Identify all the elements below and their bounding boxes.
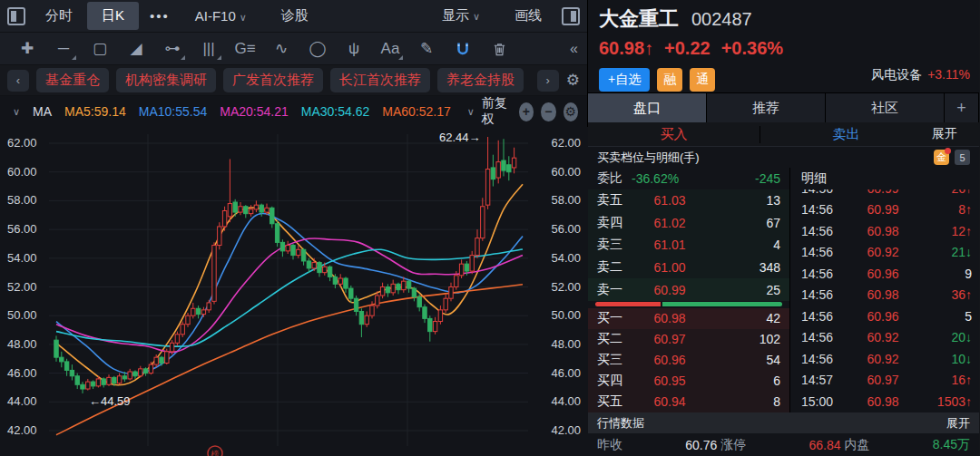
- bid-level-row[interactable]: 买四60.956: [588, 371, 789, 392]
- candle: [491, 168, 495, 179]
- chevron-down-icon[interactable]: ∨: [467, 106, 475, 118]
- orderbook-title-row: 买卖档位与明细(手) 金 5: [588, 147, 979, 168]
- diagnose-button[interactable]: 诊股: [267, 2, 323, 30]
- ma-legend-item: MA20:54.21: [220, 104, 289, 119]
- concept-tag-广发首次推荐[interactable]: 广发首次推荐: [223, 68, 323, 92]
- magnet-icon[interactable]: [445, 40, 481, 57]
- add-favorite-button[interactable]: +自选: [599, 68, 650, 92]
- candle: [239, 207, 242, 212]
- trade-volume: 10↓: [951, 352, 972, 366]
- ask-level-row[interactable]: 卖三61.014: [588, 234, 789, 257]
- ask-level-row[interactable]: 卖二61.00348: [588, 257, 789, 279]
- expand-button[interactable]: 展开: [932, 126, 979, 142]
- candle: [96, 379, 100, 386]
- zoom-in-button[interactable]: +: [519, 102, 534, 121]
- bid-level-row[interactable]: 买二60.97102: [588, 329, 789, 350]
- y-axis-label-right: 54.00: [551, 251, 581, 265]
- left-panel-toggle-icon[interactable]: [7, 7, 25, 25]
- depth-level-badge[interactable]: 5: [955, 150, 970, 165]
- concept-tag-养老金持股[interactable]: 养老金持股: [437, 68, 524, 92]
- add-tab-button[interactable]: +: [945, 93, 979, 122]
- bid-level-row[interactable]: 买三60.9654: [588, 350, 789, 371]
- text-icon[interactable]: Aa: [372, 41, 408, 56]
- concept-tag-基金重仓[interactable]: 基金重仓: [36, 68, 109, 92]
- segment-icon[interactable]: ⊶: [154, 41, 191, 56]
- candle: [165, 352, 169, 364]
- rectangle-icon[interactable]: ▢: [82, 41, 118, 56]
- wave-icon[interactable]: ∿: [263, 41, 299, 56]
- toolbar-collapse-icon[interactable]: «: [570, 41, 578, 57]
- ellipse-icon[interactable]: ◯: [299, 41, 336, 56]
- gann-fan-icon[interactable]: ◢: [118, 41, 154, 56]
- y-axis-label-left: 62.00: [7, 136, 37, 150]
- trendline-icon[interactable]: ─: [45, 41, 82, 56]
- concept-tag-长江首次推荐[interactable]: 长江首次推荐: [330, 68, 430, 92]
- bid-level-row[interactable]: 买一60.9842: [588, 308, 789, 329]
- panel-tab-盘口[interactable]: 盘口: [588, 93, 707, 122]
- level-price: 61.00: [637, 260, 702, 275]
- ai-f10-button[interactable]: AI-F10∨: [181, 3, 261, 29]
- ask-level-row[interactable]: 卖五61.0313: [588, 189, 789, 212]
- prev-close-value: 60.76: [685, 438, 717, 452]
- level-name: 卖四: [597, 215, 637, 231]
- panel-tab-推荐[interactable]: 推荐: [707, 93, 826, 122]
- candle: [328, 267, 331, 277]
- trade-time: 14:56: [801, 267, 848, 281]
- ask-level-row[interactable]: 卖四61.0267: [588, 212, 789, 235]
- level-volume: 102: [760, 332, 780, 346]
- tags-prev-button[interactable]: ‹: [7, 70, 29, 92]
- trade-volume: 5: [965, 309, 972, 324]
- right-panel-toggle-icon[interactable]: [562, 7, 580, 25]
- vertical-lines-icon[interactable]: |||: [191, 41, 227, 56]
- concept-tag-机构密集调研[interactable]: 机构密集调研: [116, 68, 216, 92]
- display-button[interactable]: 显示∨: [427, 2, 495, 30]
- candlestick-chart[interactable]: 62.0062.0060.0060.0058.0058.0056.0056.00…: [0, 127, 588, 456]
- trade-volume: 21↓: [951, 245, 972, 259]
- y-axis-label-right: 60.00: [551, 165, 581, 179]
- quote-expand-button[interactable]: 展开: [946, 415, 970, 432]
- zoom-out-button[interactable]: −: [541, 102, 555, 121]
- candle: [386, 287, 389, 293]
- sell-tab[interactable]: 卖出: [760, 126, 932, 143]
- adjust-mode-label[interactable]: 前复权: [482, 95, 512, 128]
- panel-tab-社区[interactable]: 社区: [826, 93, 945, 122]
- gold-coin-icon[interactable]: 金: [934, 150, 949, 165]
- candle: [428, 318, 432, 331]
- level-name: 卖三: [597, 237, 637, 253]
- trade-time: 14:57: [801, 373, 848, 387]
- trash-icon[interactable]: [481, 40, 517, 56]
- last-price: 60.98↑: [599, 38, 653, 59]
- draw-line-button[interactable]: 画线: [500, 2, 556, 30]
- sector-link[interactable]: 风电设备+3.11%: [871, 67, 970, 83]
- period-tab-日K[interactable]: 日K: [87, 2, 139, 30]
- trade-row: 14:5760.9716↑: [790, 370, 979, 392]
- pencil-icon[interactable]: ✎: [408, 41, 445, 56]
- connect-badge[interactable]: 通: [690, 68, 715, 92]
- period-tab-分时[interactable]: 分时: [31, 2, 87, 30]
- candle: [160, 357, 163, 363]
- dropdown-corner-icon: [181, 55, 185, 60]
- trade-row: 14:5660.969: [790, 263, 979, 285]
- candle: [365, 315, 368, 325]
- pitchfork-icon[interactable]: ψ: [336, 41, 372, 56]
- tags-settings-gear-icon[interactable]: ⚙: [566, 71, 580, 90]
- ask-level-row[interactable]: 卖一60.9925: [588, 278, 789, 301]
- tags-next-button[interactable]: ›: [537, 70, 559, 92]
- margin-badge[interactable]: 融: [657, 68, 682, 92]
- bid-level-row[interactable]: 买五60.948: [588, 392, 789, 412]
- chevron-down-icon[interactable]: ∨: [13, 106, 20, 118]
- trade-price: 60.92: [848, 245, 917, 259]
- more-periods-button[interactable]: •••: [144, 8, 175, 24]
- candle: [102, 379, 105, 384]
- level-volume: 8: [773, 394, 780, 409]
- buy-tab[interactable]: 买入: [588, 126, 760, 143]
- chart-settings-gear-icon[interactable]: ⚙: [564, 102, 578, 121]
- trade-volume: 20↓: [951, 330, 972, 344]
- trade-price: 60.99: [848, 189, 917, 196]
- candle: [254, 205, 258, 209]
- gann-grid-icon[interactable]: G≡: [227, 41, 263, 56]
- level-price: 61.01: [637, 238, 702, 252]
- move-icon[interactable]: ✚: [9, 41, 45, 56]
- level-name: 买二: [597, 331, 637, 347]
- trade-row: 14:5660.998↑: [790, 199, 979, 221]
